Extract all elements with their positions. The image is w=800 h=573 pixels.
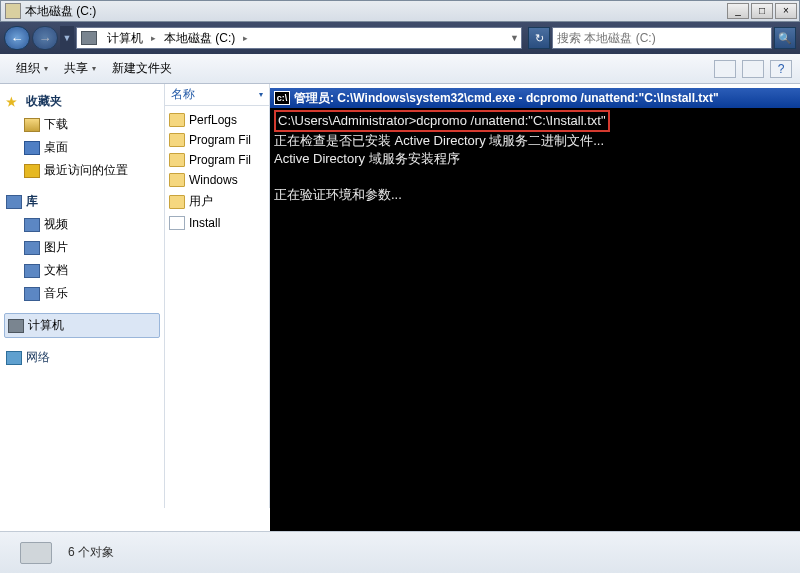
drive-icon (20, 542, 52, 564)
sidebar-network-label: 网络 (26, 349, 50, 366)
recent-icon (24, 164, 40, 178)
sidebar-item-downloads[interactable]: 下载 (4, 113, 160, 136)
nav-history-dropdown[interactable]: ▼ (60, 26, 74, 50)
folder-icon (169, 133, 185, 147)
file-item-label: Program Fil (189, 153, 251, 167)
new-folder-label: 新建文件夹 (112, 60, 172, 77)
file-item[interactable]: 用户 (167, 190, 267, 213)
column-header-name[interactable]: 名称 ▾ (165, 84, 269, 106)
breadcrumb-dropdown[interactable]: ▼ (508, 33, 521, 43)
minimize-button[interactable]: _ (727, 3, 749, 19)
sidebar-item-videos[interactable]: 视频 (4, 213, 160, 236)
cmd-prompt-command: dcpromo /unattend:"C:\Install.txt" (416, 113, 605, 128)
sidebar-item-label: 下载 (44, 116, 68, 133)
folder-icon (169, 113, 185, 127)
library-icon (6, 195, 22, 209)
file-item[interactable]: PerfLogs (167, 110, 267, 130)
sidebar-item-label: 图片 (44, 239, 68, 256)
network-icon (6, 351, 22, 365)
organize-button[interactable]: 组织 ▾ (8, 57, 56, 80)
file-item-label: Program Fil (189, 133, 251, 147)
column-header-label: 名称 (171, 86, 195, 103)
cmd-body[interactable]: C:\Users\Administrator>dcpromo /unattend… (270, 108, 800, 206)
sidebar-favorites-label: 收藏夹 (26, 93, 62, 110)
breadcrumb[interactable]: 计算机 ▸ 本地磁盘 (C:) ▸ ▼ (76, 27, 522, 49)
download-icon (24, 118, 40, 132)
file-item-label: Install (189, 216, 220, 230)
forward-button[interactable]: → (32, 26, 58, 50)
document-icon (24, 264, 40, 278)
maximize-button[interactable]: □ (751, 3, 773, 19)
cmd-title: 管理员: C:\Windows\system32\cmd.exe - dcpro… (294, 90, 719, 107)
status-text: 6 个对象 (68, 544, 114, 561)
organize-label: 组织 (16, 60, 40, 77)
computer-icon (81, 31, 97, 45)
file-item[interactable]: Windows (167, 170, 267, 190)
drive-icon (5, 3, 21, 19)
file-item-label: 用户 (189, 193, 213, 210)
file-item[interactable]: Program Fil (167, 150, 267, 170)
breadcrumb-current[interactable]: 本地磁盘 (C:) (158, 28, 241, 48)
chevron-down-icon: ▾ (44, 64, 48, 73)
chevron-right-icon: ▸ (149, 33, 158, 43)
search-input[interactable] (557, 31, 767, 45)
file-item-label: PerfLogs (189, 113, 237, 127)
sidebar-network[interactable]: 网络 (4, 346, 160, 369)
status-bar: 6 个对象 (0, 531, 800, 573)
video-icon (24, 218, 40, 232)
sidebar-favorites[interactable]: ★ 收藏夹 (4, 90, 160, 113)
sidebar-item-label: 最近访问的位置 (44, 162, 128, 179)
sidebar-item-label: 音乐 (44, 285, 68, 302)
file-item[interactable]: Install (167, 213, 267, 233)
sidebar-libraries-label: 库 (26, 193, 38, 210)
sidebar-item-music[interactable]: 音乐 (4, 282, 160, 305)
desktop-icon (24, 141, 40, 155)
file-item[interactable]: Program Fil (167, 130, 267, 150)
sidebar-item-recent[interactable]: 最近访问的位置 (4, 159, 160, 182)
cmd-highlight: C:\Users\Administrator>dcpromo /unattend… (274, 110, 610, 132)
folder-icon (169, 173, 185, 187)
file-list-pane: 名称 ▾ PerfLogs Program Fil Program Fil Wi… (165, 84, 270, 508)
window-title: 本地磁盘 (C:) (25, 3, 96, 20)
address-bar: ← → ▼ 计算机 ▸ 本地磁盘 (C:) ▸ ▼ ↻ 🔍 (0, 22, 800, 54)
back-button[interactable]: ← (4, 26, 30, 50)
preview-pane-button[interactable] (742, 60, 764, 78)
close-button[interactable]: × (775, 3, 797, 19)
breadcrumb-root[interactable]: 计算机 (101, 28, 149, 48)
sidebar: ★ 收藏夹 下载 桌面 最近访问的位置 库 视频 图片 文档 音乐 计算机 (0, 84, 165, 508)
sidebar-item-computer[interactable]: 计算机 (4, 313, 160, 338)
cmd-titlebar[interactable]: c:\ 管理员: C:\Windows\system32\cmd.exe - d… (270, 88, 800, 108)
cmd-prompt-prefix: C:\Users\Administrator> (278, 113, 416, 128)
sidebar-item-label: 文档 (44, 262, 68, 279)
folder-icon (169, 153, 185, 167)
chevron-right-icon: ▸ (241, 33, 250, 43)
refresh-button[interactable]: ↻ (528, 27, 550, 49)
cmd-output-line: 正在验证环境和参数... (274, 187, 402, 202)
computer-icon (8, 319, 24, 333)
share-label: 共享 (64, 60, 88, 77)
new-folder-button[interactable]: 新建文件夹 (104, 57, 180, 80)
cmd-window[interactable]: c:\ 管理员: C:\Windows\system32\cmd.exe - d… (270, 88, 800, 531)
sidebar-item-label: 视频 (44, 216, 68, 233)
search-box[interactable] (552, 27, 772, 49)
help-button[interactable]: ? (770, 60, 792, 78)
view-options-button[interactable] (714, 60, 736, 78)
music-icon (24, 287, 40, 301)
sidebar-libraries[interactable]: 库 (4, 190, 160, 213)
search-button[interactable]: 🔍 (774, 27, 796, 49)
cmd-output-line: Active Directory 域服务安装程序 (274, 151, 460, 166)
window-titlebar: 本地磁盘 (C:) _ □ × (0, 0, 800, 22)
sidebar-computer-label: 计算机 (28, 317, 64, 334)
chevron-down-icon: ▾ (259, 90, 263, 99)
chevron-down-icon: ▾ (92, 64, 96, 73)
sidebar-item-documents[interactable]: 文档 (4, 259, 160, 282)
share-button[interactable]: 共享 ▾ (56, 57, 104, 80)
folder-icon (169, 195, 185, 209)
sidebar-item-desktop[interactable]: 桌面 (4, 136, 160, 159)
file-item-label: Windows (189, 173, 238, 187)
file-icon (169, 216, 185, 230)
toolbar: 组织 ▾ 共享 ▾ 新建文件夹 ? (0, 54, 800, 84)
cmd-output-line: 正在检查是否已安装 Active Directory 域服务二进制文件... (274, 133, 604, 148)
sidebar-item-pictures[interactable]: 图片 (4, 236, 160, 259)
sidebar-item-label: 桌面 (44, 139, 68, 156)
